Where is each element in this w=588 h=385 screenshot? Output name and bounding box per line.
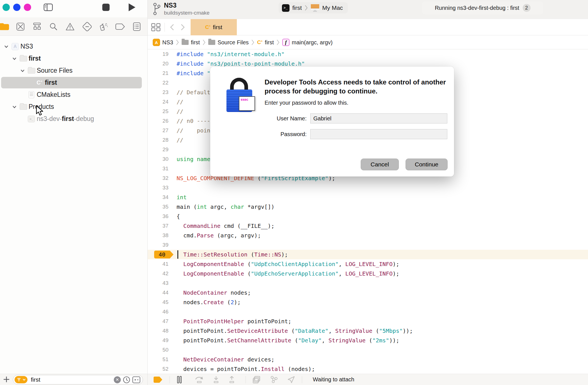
line-number[interactable]: 31 (148, 166, 168, 172)
sidebar-item-first-folder[interactable]: first (0, 52, 147, 65)
test-navigator-icon[interactable] (82, 21, 92, 32)
debug-navigator-icon[interactable] (98, 21, 108, 32)
line-number[interactable]: 52 (148, 366, 168, 372)
line-number[interactable]: 41 (148, 261, 168, 267)
line-number[interactable]: 22 (148, 80, 168, 86)
disclosure-chevron-icon[interactable] (3, 44, 9, 49)
activity-viewer[interactable]: Running ns3-dev-first-debug : first 2 (422, 1, 543, 14)
add-item-icon[interactable] (3, 376, 10, 383)
code-line[interactable]: 45 nodes.Create (2); (148, 297, 588, 307)
breadcrumb-item[interactable]: fmain(argc, argv) (282, 39, 333, 46)
clear-filter-icon[interactable]: ✕ (114, 376, 121, 383)
project-navigator-icon[interactable] (0, 21, 10, 32)
sidebar-item-source-files[interactable]: Source Files (0, 65, 147, 77)
code-line[interactable]: 43 (148, 278, 588, 288)
line-number[interactable]: 32 (148, 175, 168, 181)
line-number[interactable]: 51 (148, 356, 168, 363)
source-control-navigator-icon[interactable] (15, 21, 26, 32)
code-line[interactable]: 40 Time::SetResolution (Time::NS); (148, 250, 588, 259)
breadcrumb-item[interactable]: Source Files (208, 39, 249, 46)
line-number[interactable]: 24 (148, 99, 168, 105)
code-line[interactable]: 52 devices = pointToPoint.Install (nodes… (148, 364, 588, 374)
run-button[interactable] (128, 3, 136, 12)
find-navigator-icon[interactable] (48, 21, 59, 32)
scheme-selector[interactable]: >_ first My Mac (279, 2, 348, 13)
sidebar-divider[interactable] (147, 0, 148, 385)
breadcrumb-item[interactable]: C+first (257, 39, 274, 46)
code-line[interactable]: 42 LogComponentEnable ("UdpEchoServerApp… (148, 269, 588, 278)
code-line[interactable]: 51 NetDeviceContainer devices; (148, 355, 588, 364)
pause-execution-icon[interactable] (177, 376, 182, 383)
filter-options-icon[interactable] (15, 376, 27, 383)
username-field[interactable]: Gabriel (310, 113, 447, 123)
line-number[interactable]: 28 (148, 137, 168, 143)
filter-input[interactable]: first ✕ (13, 375, 143, 384)
line-number[interactable]: 49 (148, 337, 168, 343)
line-number[interactable]: 27 (148, 127, 168, 134)
line-number[interactable]: 25 (148, 108, 168, 114)
code-line[interactable]: 33 (148, 183, 588, 192)
tab-first[interactable]: C+ first (191, 19, 237, 35)
line-number[interactable]: 46 (148, 309, 168, 315)
line-number[interactable]: 37 (148, 223, 168, 229)
toggle-sidebar-icon[interactable] (43, 3, 53, 12)
stop-button[interactable] (102, 4, 110, 11)
code-line[interactable]: 44 NodeContainer nodes; (148, 288, 588, 297)
code-line[interactable]: 38 cmd.Parse (argc, argv); (148, 231, 588, 240)
breadcrumb-item[interactable]: ANS3 (153, 39, 173, 46)
breakpoints-toggle-icon[interactable] (153, 376, 163, 383)
line-number[interactable]: 29 (148, 146, 168, 153)
sidebar-item-cmakelists[interactable]: CMakeLists (0, 89, 147, 101)
zoom-window-button[interactable] (24, 4, 31, 11)
code-line[interactable]: 49 pointToPoint.SetChannelAttribute ("De… (148, 336, 588, 345)
sidebar-item-ns3[interactable]: ANS3 (0, 40, 147, 52)
filter-flags-icon[interactable] (132, 376, 140, 383)
line-number[interactable]: 50 (148, 347, 168, 353)
issue-count-badge[interactable]: 2 (523, 4, 531, 12)
minimize-window-button[interactable] (13, 4, 20, 11)
disclosure-chevron-icon[interactable] (11, 104, 17, 110)
code-line[interactable]: 48 pointToPoint.SetDeviceAttribute ("Dat… (148, 326, 588, 336)
line-number[interactable]: 35 (148, 204, 168, 210)
scheme-target-label[interactable]: first (292, 4, 302, 11)
code-line[interactable]: 35main (int argc, char *argv[]) (148, 202, 588, 212)
line-number[interactable]: 47 (148, 318, 168, 324)
line-number[interactable]: 23 (148, 89, 168, 95)
line-number[interactable]: 33 (148, 185, 168, 191)
symbol-navigator-icon[interactable] (32, 21, 42, 32)
code-line[interactable]: 37 CommandLine cmd (__FILE__); (148, 221, 588, 231)
line-number[interactable]: 30 (148, 156, 168, 162)
line-number[interactable]: 21 (148, 70, 168, 76)
code-line[interactable]: 46 (148, 307, 588, 317)
disclosure-chevron-icon[interactable] (11, 56, 17, 61)
code-line[interactable]: 41 LogComponentEnable ("UdpEchoClientApp… (148, 259, 588, 269)
close-window-button[interactable] (3, 4, 10, 11)
line-number[interactable]: 19 (148, 51, 168, 57)
code-line[interactable]: 19#include "ns3/internet-module.h" (148, 49, 588, 59)
tab-overview-icon[interactable] (151, 23, 162, 31)
line-number[interactable]: 39 (148, 242, 168, 248)
report-navigator-icon[interactable] (131, 21, 142, 32)
line-number[interactable]: 44 (148, 290, 168, 296)
recent-files-clock-icon[interactable] (123, 376, 130, 384)
scheme-destination-label[interactable]: My Mac (322, 4, 343, 11)
breakpoint-badge[interactable]: 40 (154, 251, 170, 258)
disclosure-chevron-icon[interactable] (20, 68, 25, 74)
code-line[interactable]: 39 (148, 240, 588, 250)
line-number[interactable]: 48 (148, 328, 168, 334)
code-line[interactable]: 50 (148, 345, 588, 355)
issue-navigator-icon[interactable] (65, 21, 75, 32)
code-line[interactable]: 36{ (148, 212, 588, 221)
line-number[interactable]: 20 (148, 61, 168, 67)
code-line[interactable]: 47 PointToPointHelper pointToPoint; (148, 317, 588, 326)
sidebar-item-first-cpp[interactable]: C+first (0, 77, 147, 89)
go-back-icon[interactable] (170, 24, 175, 31)
breakpoint-navigator-icon[interactable] (115, 21, 126, 32)
line-number[interactable]: 36 (148, 213, 168, 219)
cancel-button[interactable]: Cancel (361, 159, 399, 170)
line-number[interactable]: 43 (148, 280, 168, 286)
line-number[interactable]: 45 (148, 299, 168, 305)
line-number[interactable]: 34 (148, 194, 168, 200)
line-number[interactable]: 26 (148, 118, 168, 124)
line-number[interactable]: 42 (148, 271, 168, 277)
